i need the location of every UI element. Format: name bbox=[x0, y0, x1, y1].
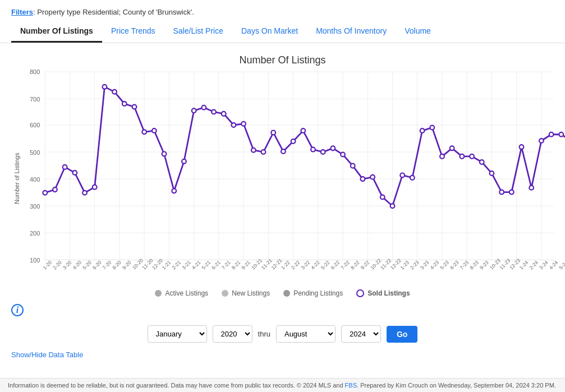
svg-point-72 bbox=[391, 204, 395, 208]
svg-point-65 bbox=[321, 150, 325, 154]
svg-text:7-21: 7-21 bbox=[221, 260, 232, 271]
svg-point-52 bbox=[192, 108, 196, 113]
svg-point-51 bbox=[182, 159, 186, 164]
to-month-select[interactable]: JanuaryFebruaryMarchApril MayJuneJulyAug… bbox=[276, 325, 336, 343]
svg-point-88 bbox=[549, 132, 554, 137]
active-dot bbox=[155, 290, 162, 297]
svg-point-80 bbox=[470, 154, 474, 159]
svg-text:6-23: 6-23 bbox=[449, 260, 460, 271]
svg-text:4-22: 4-22 bbox=[310, 260, 321, 271]
svg-text:10-20: 10-20 bbox=[131, 257, 144, 270]
legend-sold: Sold Listings bbox=[356, 289, 410, 297]
svg-point-60 bbox=[271, 131, 275, 135]
svg-point-74 bbox=[410, 176, 415, 180]
svg-point-68 bbox=[351, 164, 355, 168]
svg-point-37 bbox=[43, 191, 47, 195]
svg-point-62 bbox=[291, 139, 296, 144]
svg-text:600: 600 bbox=[30, 122, 40, 128]
svg-point-44 bbox=[112, 90, 117, 94]
legend-sold-label: Sold Listings bbox=[368, 289, 410, 297]
tab-price-trends[interactable]: Price Trends bbox=[102, 22, 164, 43]
filter-description: : Property type Residential; County of '… bbox=[33, 8, 194, 16]
svg-point-71 bbox=[380, 195, 385, 200]
footer: Information is deemed to be reliable, bu… bbox=[0, 378, 565, 392]
svg-text:5-20: 5-20 bbox=[81, 260, 93, 271]
top-bar: Filters: Property type Residential; Coun… bbox=[0, 0, 565, 43]
svg-text:11-20: 11-20 bbox=[141, 257, 154, 270]
svg-text:8-21: 8-21 bbox=[231, 260, 242, 271]
filter-line: Filters: Property type Residential; Coun… bbox=[11, 8, 554, 16]
svg-text:300: 300 bbox=[30, 203, 40, 210]
svg-text:5-23: 5-23 bbox=[439, 260, 450, 271]
svg-text:4-24: 4-24 bbox=[548, 260, 559, 271]
svg-text:10-22: 10-22 bbox=[369, 257, 382, 270]
tab-days-on-market[interactable]: Days On Market bbox=[232, 22, 307, 43]
fbs-link[interactable]: FBS bbox=[345, 382, 357, 389]
svg-text:12-23: 12-23 bbox=[508, 257, 521, 270]
tab-number-of-listings[interactable]: Number Of Listings bbox=[11, 22, 102, 43]
svg-point-86 bbox=[529, 186, 534, 190]
legend-new-label: New Listings bbox=[232, 289, 270, 297]
svg-point-50 bbox=[172, 188, 176, 193]
svg-text:8-23: 8-23 bbox=[468, 260, 480, 271]
chart-container: Number of Listings bbox=[11, 72, 554, 285]
chart-title: Number Of Listings bbox=[11, 54, 554, 66]
svg-point-43 bbox=[103, 85, 107, 89]
from-year-select[interactable]: 2018201920202021 202220232024 bbox=[213, 325, 252, 343]
svg-text:6-21: 6-21 bbox=[210, 260, 222, 271]
svg-point-63 bbox=[301, 128, 305, 133]
svg-text:11-21: 11-21 bbox=[260, 257, 273, 270]
go-button[interactable]: Go bbox=[387, 326, 417, 343]
show-hide-link[interactable]: Show/Hide Data Table bbox=[11, 351, 83, 359]
svg-text:2-20: 2-20 bbox=[52, 260, 63, 271]
legend-active: Active Listings bbox=[155, 289, 208, 297]
svg-point-70 bbox=[370, 175, 375, 179]
svg-text:10-23: 10-23 bbox=[489, 257, 502, 270]
svg-text:10-21: 10-21 bbox=[250, 257, 263, 270]
svg-text:9-21: 9-21 bbox=[240, 260, 251, 271]
svg-text:9-23: 9-23 bbox=[479, 260, 490, 271]
svg-text:7-23: 7-23 bbox=[459, 260, 470, 271]
to-year-select[interactable]: 2018201920202021 202220232024 bbox=[341, 325, 381, 343]
svg-text:2-24: 2-24 bbox=[529, 260, 540, 271]
info-icon[interactable]: i bbox=[11, 304, 24, 316]
svg-point-41 bbox=[82, 191, 87, 195]
svg-point-66 bbox=[330, 146, 335, 150]
svg-text:8-22: 8-22 bbox=[350, 260, 361, 271]
svg-text:5-21: 5-21 bbox=[201, 260, 212, 271]
svg-point-47 bbox=[142, 130, 146, 134]
svg-text:5-22: 5-22 bbox=[320, 260, 331, 271]
svg-point-54 bbox=[212, 110, 216, 114]
main-content: Number Of Listings Number of Listings bbox=[0, 43, 565, 378]
date-controls: JanuaryFebruaryMarchApril MayJuneJulyAug… bbox=[11, 325, 554, 343]
svg-text:8-20: 8-20 bbox=[111, 260, 122, 271]
svg-text:6-20: 6-20 bbox=[91, 260, 103, 271]
svg-point-67 bbox=[341, 153, 345, 157]
tab-months-of-inventory[interactable]: Months Of Inventory bbox=[307, 22, 396, 43]
svg-text:200: 200 bbox=[30, 230, 40, 237]
svg-text:3-20: 3-20 bbox=[62, 260, 73, 271]
legend-pending: Pending Listings bbox=[283, 289, 343, 297]
from-month-select[interactable]: JanuaryFebruaryMarchApril MayJuneJulyAug… bbox=[148, 325, 207, 343]
footer-text: Information is deemed to be reliable, bu… bbox=[8, 382, 556, 389]
svg-point-42 bbox=[93, 185, 97, 190]
filters-link[interactable]: Filters bbox=[11, 8, 33, 16]
svg-text:12-22: 12-22 bbox=[389, 257, 402, 270]
chart-svg: 100 200 300 400 500 600 700 800 bbox=[20, 72, 554, 285]
svg-text:5-24: 5-24 bbox=[558, 260, 565, 271]
svg-point-59 bbox=[261, 150, 266, 154]
pending-dot bbox=[283, 290, 290, 297]
svg-text:100: 100 bbox=[30, 257, 40, 264]
svg-point-83 bbox=[499, 190, 504, 195]
tab-volume[interactable]: Volume bbox=[396, 22, 440, 43]
svg-text:3-23: 3-23 bbox=[419, 260, 430, 271]
svg-text:500: 500 bbox=[30, 149, 40, 155]
svg-text:3-21: 3-21 bbox=[181, 260, 192, 271]
svg-point-73 bbox=[400, 173, 405, 178]
tabs-nav: Number Of Listings Price Trends Sale/Lis… bbox=[11, 22, 554, 43]
svg-point-85 bbox=[520, 145, 524, 149]
svg-point-57 bbox=[241, 122, 246, 126]
svg-point-46 bbox=[132, 105, 137, 109]
chart-inner: 100 200 300 400 500 600 700 800 bbox=[20, 72, 554, 285]
tab-sale-list-price[interactable]: Sale/List Price bbox=[164, 22, 232, 43]
